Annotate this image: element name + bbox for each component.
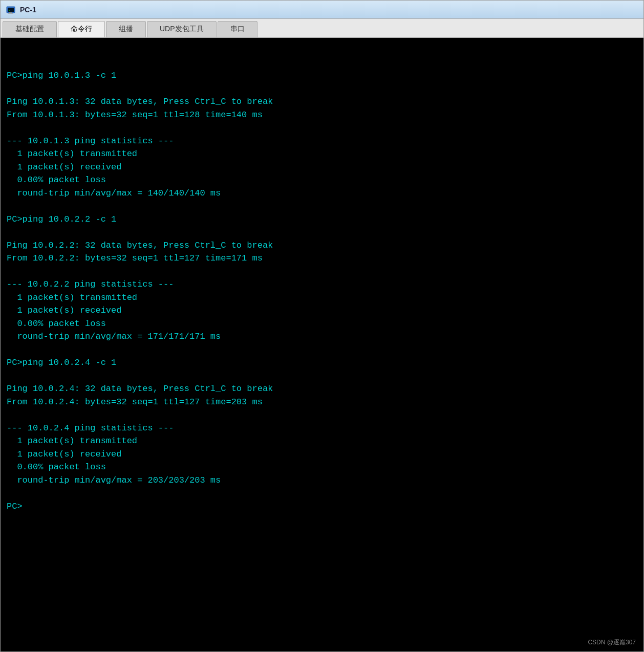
terminal-line [7, 200, 637, 213]
terminal-line: Ping 10.0.2.4: 32 data bytes, Press Ctrl… [7, 382, 637, 396]
terminal-output[interactable]: PC>ping 10.0.1.3 -c 1 Ping 10.0.1.3: 32 … [1, 38, 643, 651]
terminal-line: PC>ping 10.0.2.4 -c 1 [7, 356, 637, 370]
svg-text:>_: >_ [8, 9, 12, 12]
tab-bar: 基础配置 命令行 组播 UDP发包工具 串口 [1, 19, 643, 38]
terminal-line: PC>ping 10.0.1.3 -c 1 [7, 69, 637, 82]
terminal-line: 1 packet(s) transmitted [7, 434, 637, 448]
terminal-line: 1 packet(s) received [7, 161, 637, 174]
terminal-line: From 10.0.1.3: bytes=32 seq=1 ttl=128 ti… [7, 108, 637, 122]
terminal-line [7, 408, 637, 422]
watermark: CSDN @逐巅307 [586, 637, 638, 648]
terminal-line: --- 10.0.2.2 ping statistics --- [7, 278, 637, 291]
terminal-line: 1 packet(s) received [7, 304, 637, 317]
tab-udp-tool[interactable]: UDP发包工具 [147, 21, 217, 37]
terminal-line [7, 487, 637, 500]
window-title: PC-1 [20, 6, 36, 14]
terminal-line [7, 343, 637, 357]
terminal-line [7, 370, 637, 383]
terminal-line: PC> [7, 500, 637, 513]
terminal-line: From 10.0.2.4: bytes=32 seq=1 ttl=127 ti… [7, 396, 637, 409]
terminal-line: --- 10.0.1.3 ping statistics --- [7, 135, 637, 148]
terminal-line: --- 10.0.2.4 ping statistics --- [7, 422, 637, 435]
terminal-line: Ping 10.0.1.3: 32 data bytes, Press Ctrl… [7, 95, 637, 108]
terminal-line: 1 packet(s) received [7, 448, 637, 461]
tab-multicast[interactable]: 组播 [106, 21, 146, 37]
terminal-line: round-trip min/avg/max = 203/203/203 ms [7, 474, 637, 487]
terminal-line: From 10.0.2.2: bytes=32 seq=1 ttl=127 ti… [7, 252, 637, 265]
terminal-line: 0.00% packet loss [7, 173, 637, 187]
window-icon: >_ [6, 5, 16, 15]
terminal-line [7, 82, 637, 96]
terminal-line: 0.00% packet loss [7, 461, 637, 474]
tab-basic-config[interactable]: 基础配置 [3, 21, 57, 37]
terminal-line [7, 265, 637, 278]
main-window: >_ PC-1 基础配置 命令行 组播 UDP发包工具 串口 PC>ping 1… [0, 0, 644, 652]
title-bar: >_ PC-1 [1, 1, 643, 19]
terminal-line: PC>ping 10.0.2.2 -c 1 [7, 213, 637, 226]
tab-serial[interactable]: 串口 [218, 21, 257, 37]
terminal-line: 1 packet(s) transmitted [7, 291, 637, 305]
terminal-line [7, 226, 637, 239]
terminal-line: Ping 10.0.2.2: 32 data bytes, Press Ctrl… [7, 239, 637, 252]
terminal-line: 1 packet(s) transmitted [7, 147, 637, 161]
terminal-line: round-trip min/avg/max = 140/140/140 ms [7, 187, 637, 200]
tab-command-line[interactable]: 命令行 [58, 21, 105, 37]
terminal-line [7, 121, 637, 135]
terminal-line: round-trip min/avg/max = 171/171/171 ms [7, 330, 637, 343]
terminal-line: 0.00% packet loss [7, 317, 637, 331]
